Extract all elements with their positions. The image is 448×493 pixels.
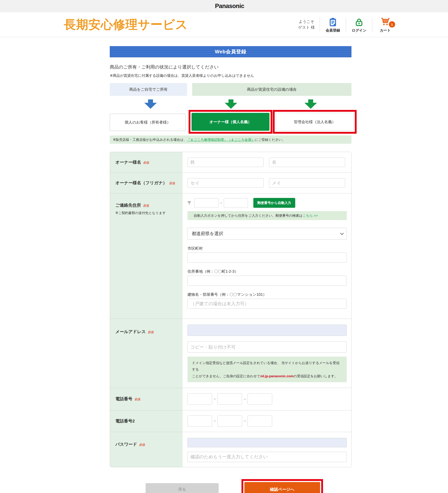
choice-owner-personal-button[interactable]: オーナー様（個人名義） xyxy=(192,113,269,131)
password-input-cell xyxy=(183,432,351,467)
email-input[interactable] xyxy=(187,325,347,336)
phone1-label: 電話番号 xyxy=(115,396,132,401)
selection-heading: 商品のご所有・ご利用の状況により選択してください xyxy=(110,64,351,70)
header-right-cluster: ようこそ ゲスト 様 会員登録 xyxy=(298,12,395,37)
first-name-kana-input[interactable] xyxy=(269,178,345,188)
postal-search-link[interactable]: こちら >> xyxy=(303,213,318,217)
postal-code-first-input[interactable] xyxy=(194,198,218,208)
site-title: 長期安心修理サービス xyxy=(64,17,188,33)
nav-login[interactable]: ログイン xyxy=(350,16,368,33)
phone1-part2-input[interactable] xyxy=(218,393,242,404)
row-phone2: 電話番号2 - - xyxy=(110,410,351,432)
highlight-outline-management: 管理会社様（法人名義） xyxy=(273,110,356,134)
welcome-text: ようこそ ゲスト 様 xyxy=(298,19,315,31)
phone1-part1-input[interactable] xyxy=(187,393,212,404)
prefecture-select[interactable]: 都道府県を選択 xyxy=(187,228,347,240)
welcome-line2: ゲスト 様 xyxy=(298,25,315,31)
password-input[interactable] xyxy=(187,438,347,447)
phone2-input-cell: - - xyxy=(183,410,351,432)
postal-autofill-button[interactable]: 郵便番号から自動入力 xyxy=(253,198,295,208)
arrow-row xyxy=(110,99,351,109)
email-label-cell: メールアドレス必須 xyxy=(110,319,183,388)
address-label-cell: ご連絡先住所必須 ※ご契約書類の送付先となります xyxy=(110,193,183,319)
postal-mark: 〒 xyxy=(187,200,192,206)
required-badge: 必須 xyxy=(143,161,149,164)
autofill-note: 自動入力ボタンを押してから住所をご入力ください。郵便番号の検索はこちら >> xyxy=(187,211,347,220)
phone1-part3-input[interactable] xyxy=(248,393,272,404)
choice-management-company-button[interactable]: 管理会社様（法人名義） xyxy=(276,113,354,131)
category-rental-equipment: 商品が賃貸住宅の設備の場合 xyxy=(192,83,351,96)
page-title: Web会員登録 xyxy=(215,48,246,55)
nav-login-label: ログイン xyxy=(352,28,367,33)
first-name-input[interactable] xyxy=(269,158,345,167)
email-confirm-input[interactable] xyxy=(187,341,347,353)
phone1-line: - - xyxy=(187,393,272,404)
selection-note: ※商品が賃貸住宅に付属する設備の場合は、賃貸入居者様よりのお申し込みはできません xyxy=(110,73,351,78)
dealer-note-bar: ※販売店様・工務店様がお申込みされる場合は、『まごころ修理保証制度』（まごころ会… xyxy=(110,135,351,144)
phone1-label-cell: 電話番号必須 xyxy=(110,388,183,410)
page-title-banner: Web会員登録 xyxy=(110,46,351,57)
phone2-label-cell: 電話番号2 xyxy=(110,410,183,432)
phone2-line: - - xyxy=(187,415,272,427)
building-input[interactable] xyxy=(187,299,347,309)
cart-count-badge: 1 xyxy=(389,21,395,28)
required-badge: 必須 xyxy=(148,330,154,334)
password-label: パスワード xyxy=(115,442,137,447)
city-input[interactable] xyxy=(187,253,347,263)
confirm-page-button[interactable]: 確認ページへ xyxy=(244,482,320,493)
postal-dash: - xyxy=(220,201,222,205)
phone1-input-cell: - - xyxy=(183,388,351,410)
down-arrow-icon xyxy=(304,99,317,109)
category-row: 商品をご自宅でご所有 商品が賃貸住宅の設備の場合 xyxy=(110,83,351,96)
row-owner-name: オーナー様名必須 xyxy=(110,152,351,172)
cart-icon: 1 xyxy=(380,16,391,27)
postal-code-line: 〒 - 郵便番号から自動入力 xyxy=(187,198,348,208)
panasonic-domain: ml.jp.panasonic.com xyxy=(260,374,293,378)
owner-kana-label-cell: オーナー様名（フリガナ）必須 xyxy=(110,173,183,193)
row-phone1: 電話番号必須 - - xyxy=(110,388,351,410)
divider xyxy=(372,18,372,32)
nav-member-register-label: 会員登録 xyxy=(326,28,340,33)
phone2-part1-input[interactable] xyxy=(187,415,212,427)
down-arrow-icon xyxy=(144,99,157,109)
owner-name-input-cell xyxy=(183,152,351,172)
down-arrow-icon xyxy=(225,99,237,109)
owner-name-label-cell: オーナー様名必須 xyxy=(110,152,183,172)
main-content: Web会員登録 商品のご所有・ご利用の状況により選択してください ※商品が賃貸住… xyxy=(110,46,351,493)
owner-kana-input-cell xyxy=(183,173,351,193)
row-password: パスワード必須 xyxy=(110,432,351,467)
welcome-line1: ようこそ xyxy=(298,19,315,25)
highlight-outline-confirm: 確認ページへ xyxy=(241,479,323,493)
address-input-cell: 〒 - 郵便番号から自動入力 自動入力ボタンを押してから住所をご入力ください。郵… xyxy=(183,193,351,319)
phone2-part3-input[interactable] xyxy=(248,415,272,427)
email-note-line2: ことができません。ご自身の設定に合わせてml.jp.panasonic.comの… xyxy=(192,373,342,379)
last-name-input[interactable] xyxy=(187,158,264,167)
autofill-note-text: 自動入力ボタンを押してから住所をご入力ください。郵便番号の検索は xyxy=(194,213,303,217)
clipboard-icon xyxy=(328,16,338,27)
magokoro-link[interactable]: 『まごころ修理保証制度』（まごころ会員） xyxy=(187,138,255,142)
street-input[interactable] xyxy=(187,276,347,286)
row-address: ご連絡先住所必須 ※ご契約書類の送付先となります 〒 - 郵便番号から自動入力 … xyxy=(110,193,351,319)
phone2-part2-input[interactable] xyxy=(218,415,242,427)
nav-cart[interactable]: 1 カート xyxy=(376,16,395,33)
password-confirm-input[interactable] xyxy=(187,452,347,462)
phone2-label: 電話番号2 xyxy=(115,419,135,423)
street-label: 住所番地（例：〇〇町1-2-3） xyxy=(187,269,348,274)
category-own-home: 商品をご自宅でご所有 xyxy=(110,83,187,96)
dealer-note-prefix: ※販売店様・工務店様がお申込みされる場合は、 xyxy=(113,138,187,142)
email-note: ドメイン指定受信など迷惑メール設定をされている場合、 当サイトからお送りするメー… xyxy=(187,357,347,382)
city-label: 市区町村 xyxy=(187,246,348,251)
postal-code-second-input[interactable] xyxy=(224,198,248,208)
back-button[interactable]: 戻る xyxy=(146,483,219,493)
nav-member-register[interactable]: 会員登録 xyxy=(323,16,342,33)
last-name-kana-input[interactable] xyxy=(187,178,264,188)
choice-individual-owner-button[interactable]: 個人のお客様（所有者様） xyxy=(110,114,185,131)
required-badge: 必須 xyxy=(139,443,145,447)
address-sublabel: ※ご契約書類の送付先となります xyxy=(115,211,179,215)
owner-kana-label: オーナー様名（フリガナ） xyxy=(115,180,167,185)
panasonic-logo: Panasonic xyxy=(215,3,244,10)
dealer-note-suffix: にご登録ください。 xyxy=(255,138,285,142)
email-note-line1: ドメイン指定受信など迷惑メール設定をされている場合、 当サイトからお送りするメー… xyxy=(192,359,342,373)
registration-form: オーナー様名必須 オーナー様名（フリガナ）必須 ご連絡先住所必須 ※ご契約書類の… xyxy=(110,152,351,467)
password-label-cell: パスワード必須 xyxy=(110,432,183,467)
